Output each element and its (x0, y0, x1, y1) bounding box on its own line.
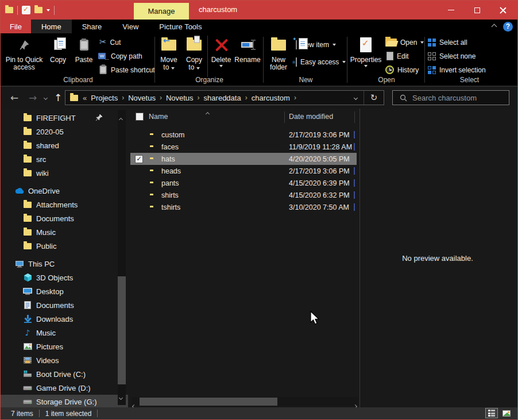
invert-selection-button[interactable]: Invert selection (428, 63, 486, 76)
scroll-down-icon[interactable] (119, 391, 122, 402)
properties-label: Properties (350, 56, 382, 64)
breadcrumb-overflow[interactable]: « (83, 94, 87, 102)
sidebar-item-label: Desktop (36, 287, 64, 296)
tab-home[interactable]: Home (31, 20, 72, 33)
file-row-pants[interactable]: pants 4/15/2020 6:39 PM (130, 177, 357, 189)
minimize-button[interactable] (438, 1, 464, 20)
sidebar-item-2020-05[interactable]: 2020-05 (1, 125, 128, 138)
tab-file[interactable]: File (1, 20, 31, 33)
refresh-icon[interactable]: ↻ (364, 93, 384, 103)
tab-manage[interactable]: Manage (134, 3, 189, 20)
pin-to-quick-access-button[interactable]: Pin to Quick access (5, 35, 43, 78)
preview-message: No preview available. (402, 254, 473, 407)
close-button[interactable] (490, 1, 516, 20)
file-date: 2/17/2019 3:06 PM (289, 167, 350, 175)
sidebar-item-src[interactable]: src (1, 152, 128, 166)
sidebar-scrollbar[interactable] (118, 110, 126, 405)
file-row-faces[interactable]: faces 11/9/2019 11:28 AM (130, 141, 357, 153)
sidebar-item-onedrive[interactable]: OneDrive (1, 184, 128, 198)
details-view-button[interactable] (485, 408, 498, 418)
tab-picture-tools[interactable]: Picture Tools (149, 20, 212, 33)
folder-icon[interactable] (34, 7, 42, 13)
breadcrumb-shareddata[interactable]: shareddata (204, 94, 241, 102)
file-row-tshirts[interactable]: tshirts 3/10/2020 7:50 AM (130, 201, 357, 213)
qat-dropdown-icon[interactable] (47, 9, 50, 11)
address-dropdown-icon[interactable] (347, 97, 364, 99)
cut-button[interactable]: ✂ Cut (99, 36, 121, 49)
maximize-button[interactable] (464, 1, 490, 20)
sidebar-item-label: Videos (36, 356, 59, 365)
file-row-shirts[interactable]: shirts 4/15/2020 6:32 PM (130, 189, 357, 201)
select-none-button[interactable]: Select none (428, 49, 476, 63)
address-bar[interactable]: « Projects› Novetus› Novetus› shareddata… (65, 90, 384, 105)
sidebar-item-shared[interactable]: shared (1, 138, 128, 152)
edit-button[interactable]: Edit (386, 49, 409, 63)
tab-view[interactable]: View (112, 20, 149, 33)
select-all-checkbox[interactable] (136, 113, 144, 121)
help-icon[interactable]: ? (503, 22, 513, 32)
paste-shortcut-button[interactable]: Paste shortcut (99, 63, 155, 76)
sidebar-item-public[interactable]: Public (1, 239, 128, 253)
scrollbar-thumb[interactable] (140, 398, 277, 406)
properties-button[interactable]: Properties (350, 35, 382, 78)
sidebar-item-music-onedrive[interactable]: Music (1, 225, 128, 239)
sidebar-item-videos[interactable]: Videos (1, 353, 128, 367)
sidebar-item-3d-objects[interactable]: 3D Objects (1, 271, 128, 284)
new-item-button[interactable]: ✦ New item (296, 38, 336, 51)
sort-ascending-icon[interactable] (206, 109, 209, 117)
copy-button[interactable]: Copy (45, 35, 71, 78)
search-box[interactable]: Search charcustom (392, 90, 509, 105)
paste-button[interactable]: Paste (72, 35, 96, 78)
scrollbar-thumb[interactable] (118, 276, 126, 384)
folder-icon[interactable] (5, 7, 13, 13)
back-button[interactable]: ← (7, 87, 21, 109)
sidebar-item-this-pc[interactable]: This PC (1, 257, 128, 271)
file-row-custom[interactable]: custom 2/17/2019 3:06 PM (130, 129, 357, 141)
properties-check-icon[interactable]: ✓ (22, 6, 30, 14)
row-checkbox[interactable] (135, 155, 143, 163)
breadcrumb-projects[interactable]: Projects (91, 94, 118, 102)
minimize-icon (448, 10, 454, 10)
thumbnail-view-button[interactable] (500, 408, 513, 418)
file-name: hats (161, 155, 175, 163)
up-button[interactable]: ↑ (51, 87, 65, 109)
breadcrumb-charcustom[interactable]: charcustom (252, 94, 290, 102)
column-header-date-modified[interactable]: Date modified (289, 113, 333, 121)
copy-path-button[interactable]: Copy path (98, 49, 142, 63)
group-label-clipboard: Clipboard (3, 76, 153, 84)
select-all-button[interactable]: Select all (428, 36, 467, 49)
forward-button[interactable]: → (26, 87, 40, 109)
delete-button[interactable]: Delete (209, 35, 233, 78)
open-button[interactable]: Open (385, 36, 424, 49)
history-button[interactable]: History (385, 63, 419, 76)
sidebar-item-desktop[interactable]: Desktop (1, 284, 128, 298)
pin-icon (95, 114, 103, 121)
sidebar-item-music[interactable]: ♪ Music (1, 326, 128, 340)
sidebar-item-downloads[interactable]: Downloads (1, 312, 128, 326)
copy-to-button[interactable]: Copyto (182, 35, 206, 78)
horizontal-scrollbar[interactable] (132, 397, 358, 406)
file-row-heads[interactable]: heads 2/17/2019 3:06 PM (130, 165, 357, 177)
column-header-name[interactable]: Name (149, 113, 168, 121)
sidebar-item-attachments[interactable]: Attachments (1, 198, 128, 211)
recent-locations-icon[interactable] (41, 87, 50, 109)
breadcrumb-novetus-2[interactable]: Novetus (166, 94, 194, 102)
move-to-button[interactable]: ← Moveto (157, 35, 181, 78)
sidebar-item-firefight[interactable]: FIREFIGHT (1, 111, 128, 125)
tab-share[interactable]: Share (72, 20, 113, 33)
sidebar-item-game-drive-d[interactable]: Game Drive (D:) (1, 381, 128, 395)
file-row-hats[interactable]: hats 4/20/2020 5:05 PM (130, 153, 357, 165)
sidebar-item-storage-drive-g[interactable]: Storage Drive (G:) (1, 395, 128, 407)
sidebar-item-pictures[interactable]: Pictures (1, 340, 128, 353)
sidebar-item-boot-drive-c[interactable]: Boot Drive (C:) (1, 367, 128, 381)
easy-access-button[interactable]: ≡ Easy access (296, 55, 346, 68)
file-name: heads (161, 167, 181, 175)
sidebar-item-documents-onedrive[interactable]: Documents (1, 211, 128, 225)
collapse-ribbon-icon[interactable] (492, 24, 497, 29)
new-folder-button[interactable]: Newfolder (266, 35, 291, 78)
breadcrumb-novetus[interactable]: Novetus (128, 94, 156, 102)
scroll-up-icon[interactable] (119, 113, 122, 124)
sidebar-item-wiki[interactable]: wiki (1, 166, 128, 180)
sidebar-item-documents[interactable]: Documents (1, 298, 128, 312)
rename-button[interactable]: Rename (233, 35, 262, 78)
